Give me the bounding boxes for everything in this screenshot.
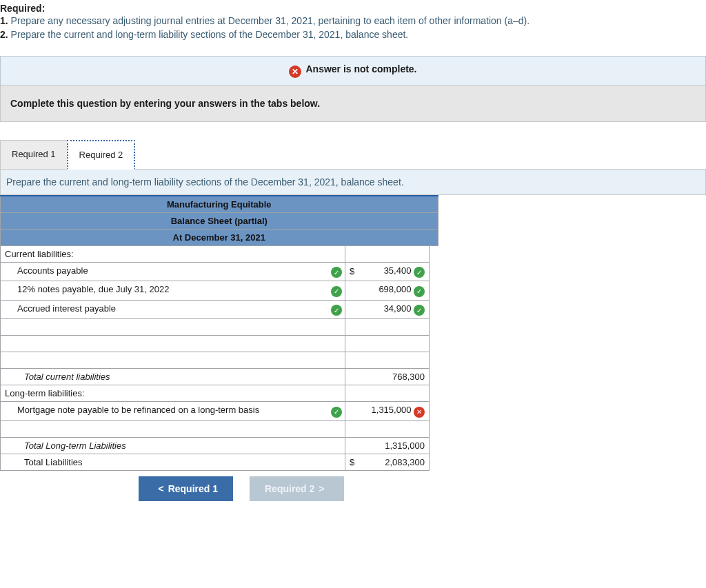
check-icon: ✓: [414, 267, 425, 278]
check-icon: ✓: [331, 286, 342, 297]
sheet-header-2: Balance Sheet (partial): [1, 212, 438, 229]
next-label: Required 2: [265, 483, 314, 494]
check-icon: ✓: [414, 286, 425, 297]
line-label-cell[interactable]: 12% notes payable, due July 31, 2022✓: [1, 281, 345, 301]
sheet-header-1: Manufacturing Equitable: [1, 196, 438, 213]
total-label: Total Long-term Liabilities: [1, 437, 345, 454]
section-label: Long-term liabilities:: [1, 385, 345, 402]
dollar-cell: [345, 245, 361, 262]
line-label-cell[interactable]: Accounts payable✓: [1, 262, 345, 281]
blank-label[interactable]: [1, 336, 345, 352]
dollar-cell: [345, 420, 361, 437]
next-button[interactable]: Required 2>: [250, 476, 344, 501]
dollar-cell: [345, 352, 361, 369]
dollar-cell: [345, 369, 361, 385]
x-icon: ✕: [414, 407, 425, 418]
line-label: 12% notes payable, due July 31, 2022: [5, 284, 169, 294]
blank-label[interactable]: [1, 352, 345, 369]
status-text: Answer is not complete.: [305, 63, 416, 74]
dollar-cell: [345, 437, 361, 454]
dollar-cell: [345, 385, 361, 402]
tab-required-2[interactable]: Required 2: [67, 140, 136, 170]
total-value: 2,083,300: [361, 454, 430, 470]
required-list: 1. Prepare any necessary adjusting journ…: [0, 14, 706, 50]
value-cell[interactable]: 698,000 ✓: [361, 281, 430, 301]
check-icon: ✓: [331, 305, 342, 316]
value-cell[interactable]: 35,400 ✓: [361, 262, 430, 281]
dollar-cell: [345, 319, 361, 336]
required-heading: Required:: [0, 0, 706, 14]
value-cell[interactable]: [361, 420, 430, 437]
req-num-2: 2.: [0, 29, 8, 40]
value-cell[interactable]: 34,900 ✓: [361, 300, 430, 319]
prev-label: Required 1: [168, 483, 218, 494]
dollar-cell: [345, 402, 361, 421]
dollar-cell: $: [345, 262, 361, 281]
tabs-container: Required 1 Required 2: [0, 140, 706, 170]
check-icon: ✓: [331, 407, 342, 418]
instruction-bar: Complete this question by entering your …: [0, 85, 706, 122]
value-cell[interactable]: [361, 319, 430, 336]
status-bar: ✕Answer is not complete.: [0, 56, 706, 85]
nav-buttons: <Required 1 Required 2>: [0, 471, 483, 509]
total-label: Total current liabilities: [1, 369, 345, 385]
sub-instruction: Prepare the current and long-term liabil…: [0, 170, 706, 195]
tab-required-1[interactable]: Required 1: [0, 140, 68, 169]
total-value: 1,315,000: [361, 437, 430, 454]
value-cell[interactable]: [361, 336, 430, 352]
sheet-header-3: At December 31, 2021: [1, 229, 438, 245]
line-label: Accounts payable: [5, 265, 88, 276]
req-num-1: 1.: [0, 15, 8, 26]
value-cell[interactable]: 1,315,000 ✕: [361, 402, 430, 421]
balance-sheet-table: Manufacturing Equitable Balance Sheet (p…: [0, 195, 438, 471]
dollar-cell: $: [345, 454, 361, 470]
chevron-right-icon: >: [314, 483, 328, 494]
req-text-2: Prepare the current and long-term liabil…: [11, 29, 409, 40]
dollar-cell: [345, 336, 361, 352]
line-label-cell[interactable]: Mortgage note payable to be refinanced o…: [1, 402, 345, 421]
value-cell: [361, 385, 430, 402]
dollar-cell: [345, 300, 361, 319]
value-cell[interactable]: [361, 352, 430, 369]
check-icon: ✓: [331, 267, 342, 278]
section-label: Current liabilities:: [1, 245, 345, 262]
line-label: Mortgage note payable to be refinanced o…: [5, 405, 259, 415]
total-label: Total Liabilities: [1, 454, 345, 470]
value-cell: [361, 245, 430, 262]
line-label-cell[interactable]: Accrued interest payable✓: [1, 300, 345, 319]
total-value: 768,300: [361, 369, 430, 385]
req-text-1: Prepare any necessary adjusting journal …: [11, 15, 530, 26]
dollar-cell: [345, 281, 361, 301]
error-icon: ✕: [289, 65, 301, 78]
chevron-left-icon: <: [154, 483, 168, 494]
line-label: Accrued interest payable: [5, 303, 116, 314]
blank-label[interactable]: [1, 420, 345, 437]
check-icon: ✓: [414, 305, 425, 316]
blank-label[interactable]: [1, 319, 345, 336]
prev-button[interactable]: <Required 1: [139, 476, 233, 501]
